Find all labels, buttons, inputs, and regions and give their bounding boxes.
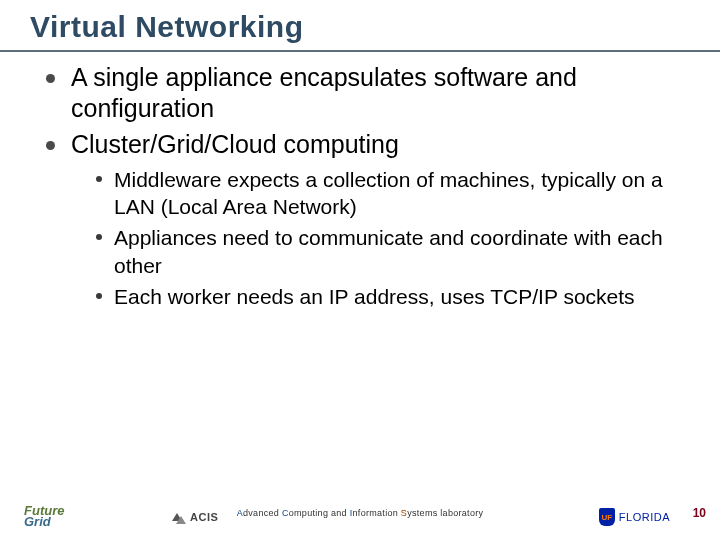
bullet-level1: Cluster/Grid/Cloud computing — [46, 129, 680, 160]
sub-bullet-icon — [96, 293, 102, 299]
footer-text: omputing and — [289, 508, 350, 518]
uf-word: FLORIDA — [619, 511, 670, 523]
uf-shield-icon: UF — [599, 508, 615, 526]
sub-bullet-text: Appliances need to communicate and coord… — [114, 224, 680, 279]
bullet-level1: A single appliance encapsulates software… — [46, 62, 680, 125]
bullet-text: A single appliance encapsulates software… — [71, 62, 680, 125]
page-number: 10 — [693, 506, 706, 520]
sub-bullet-group: Middleware expects a collection of machi… — [96, 166, 680, 310]
body-content: A single appliance encapsulates software… — [46, 62, 680, 314]
uf-logo: UF FLORIDA — [599, 508, 670, 526]
bullet-level2: Appliances need to communicate and coord… — [96, 224, 680, 279]
bullet-level2: Middleware expects a collection of machi… — [96, 166, 680, 221]
footer-text: nformation — [353, 508, 401, 518]
sub-bullet-icon — [96, 234, 102, 240]
bullet-level2: Each worker needs an IP address, uses TC… — [96, 283, 680, 310]
bullet-icon — [46, 74, 55, 83]
slide: Virtual Networking A single appliance en… — [0, 0, 720, 540]
sub-bullet-icon — [96, 176, 102, 182]
footer-letter: C — [282, 508, 289, 518]
sub-bullet-text: Each worker needs an IP address, uses TC… — [114, 283, 635, 310]
title-underline — [0, 50, 720, 52]
bullet-text: Cluster/Grid/Cloud computing — [71, 129, 399, 160]
slide-title: Virtual Networking — [30, 10, 304, 44]
bullet-icon — [46, 141, 55, 150]
footer-text: ystems laboratory — [407, 508, 483, 518]
sub-bullet-text: Middleware expects a collection of machi… — [114, 166, 680, 221]
footer-text: dvanced — [243, 508, 282, 518]
